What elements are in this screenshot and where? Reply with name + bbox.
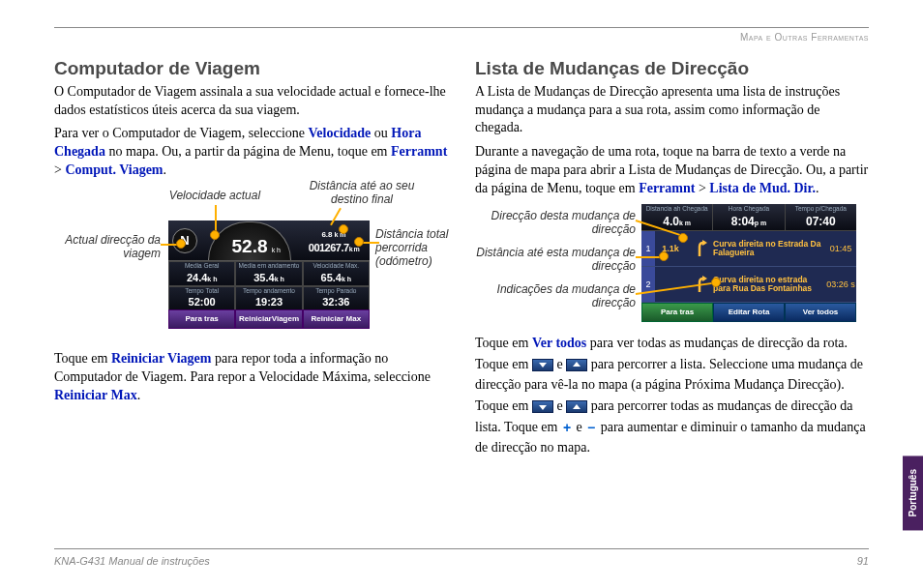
turn-list-diagram: Direcção desta mudança de direcção Distâ… xyxy=(475,204,869,325)
scroll-up-icon[interactable] xyxy=(566,359,587,371)
zoom-in-icon[interactable]: + xyxy=(561,423,573,434)
trip-computer-diagram: Velocidade actual Distância até ao seu d… xyxy=(54,186,448,340)
left-p1: O Computador de Viagem assinala a sua ve… xyxy=(54,83,448,120)
callout-speed: Velocidade actual xyxy=(157,190,273,203)
callout-dir: Actual direcção da viagem xyxy=(54,234,161,261)
hdr-tempo-chegada: Tempo p/Chegada07:40 xyxy=(786,204,856,230)
stat-vel-max: Velocidade Max.65.4k h xyxy=(303,261,370,286)
section-header: Mapa e Outras Ferramentas xyxy=(54,32,869,43)
right-title: Lista de Mudanças de Direcção xyxy=(475,56,869,81)
link-ferramnt-2: Ferramnt xyxy=(639,181,695,195)
hdr-hora-chegada: Hora Chegada8:04p m xyxy=(713,204,785,230)
link-reiniciar-max: Reiniciar Max xyxy=(54,388,137,402)
left-p2: Para ver o Computador de Viagem, selecci… xyxy=(54,125,448,180)
btn-reiniciar-viagem[interactable]: ReiniciarViagem xyxy=(235,309,302,329)
turn-arrow-icon xyxy=(686,239,713,258)
turn-row-1[interactable]: 1 1.1k Curva direita no Estrada Da Falag… xyxy=(641,231,856,267)
btn-ver-todos[interactable]: Ver todos xyxy=(785,303,856,322)
link-lista-mud-dir: Lista de Mud. Dir. xyxy=(709,181,816,195)
btn-reiniciar-max[interactable]: Reiniciar Max xyxy=(303,309,370,329)
callout-turn-dir: Direcção desta mudança de direcção xyxy=(475,210,636,237)
btn-para-tras-1[interactable]: Para tras xyxy=(168,309,235,329)
zoom-out-icon[interactable]: − xyxy=(585,423,597,434)
turn-list-screenshot: Distancia ah Chegada4.0k m Hora Chegada8… xyxy=(641,204,856,322)
callout-dest: Distância até ao seu destino final xyxy=(294,180,430,207)
scroll-down-icon[interactable] xyxy=(532,359,553,371)
link-velocidade: Velocidade xyxy=(308,126,371,140)
page-number: 91 xyxy=(857,555,869,567)
link-ver-todos: Ver todos xyxy=(532,336,586,350)
scroll-down-icon-2[interactable] xyxy=(532,400,553,413)
stat-tempo-total: Tempo Total52:00 xyxy=(168,286,235,311)
trip-computer-screenshot: N 52.8k h 6.8 k m 001267.7k m Media Gera… xyxy=(168,220,370,329)
stat-media-andamento: Media em andamento35.4k h xyxy=(235,261,302,286)
link-ferramnt-1: Ferramnt xyxy=(391,144,447,159)
link-comput-viagem: Comput. Viagem xyxy=(65,162,163,177)
link-reiniciar-viagem: Reiniciar Viagem xyxy=(111,351,212,366)
btn-para-tras-2[interactable]: Para tras xyxy=(641,303,713,322)
right-p2: Durante a navegação de uma rota, toque n… xyxy=(475,143,869,198)
scroll-up-icon-2[interactable] xyxy=(566,400,587,413)
callout-turn-instr: Indicações da mudança de direcção xyxy=(475,283,636,310)
btn-editar-rota[interactable]: Editar Rota xyxy=(713,303,785,322)
manual-title: KNA-G431 Manual de instruções xyxy=(54,555,210,567)
left-p3: Toque em Reiniciar Viagem para repor tod… xyxy=(54,350,448,405)
callout-turn-dist: Distância até esta mudança de direcção xyxy=(475,247,636,274)
stat-media-geral: Media Geral24.4k h xyxy=(168,261,235,286)
right-p3: Toque em Ver todos para ver todas as mud… xyxy=(475,333,869,458)
footer: KNA-G431 Manual de instruções 91 xyxy=(54,548,869,567)
callout-odo: Distância total percorrida (odómetro) xyxy=(375,228,462,268)
stat-tempo-andamento: Tempo andamento19:23 xyxy=(235,286,302,311)
right-p1: A Lista de Mudanças de Direcção apresent… xyxy=(475,83,869,138)
turn-row-2[interactable]: 2 Curva direita no estrada para Rua Das … xyxy=(641,267,856,303)
stat-tempo-parado: Tempo Parado32:36 xyxy=(303,286,370,311)
left-title: Computador de Viagem xyxy=(54,56,448,81)
language-tab: Português xyxy=(903,456,923,530)
